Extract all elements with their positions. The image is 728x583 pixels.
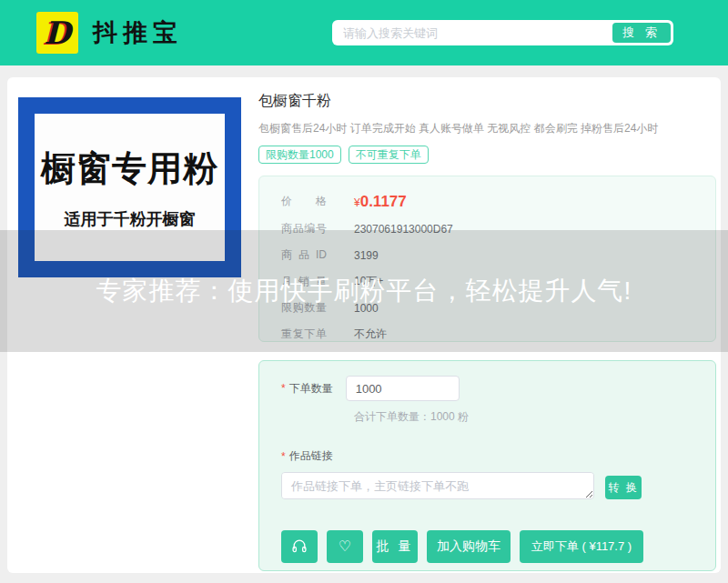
product-tags: 限购数量1000 不可重复下单 [258,146,716,164]
buy-now-button[interactable]: 立即下单 ( ¥117.7 ) [520,530,643,563]
action-buttons-row: ♡ 批 量 加入购物车 立即下单 ( ¥117.7 ) [281,530,715,563]
link-label-row: * 作品链接 [281,448,715,464]
price-label: 价格 [281,194,327,209]
add-to-cart-button[interactable]: 加入购物车 [427,530,511,563]
product-title: 包橱窗千粉 [258,92,716,111]
batch-button[interactable]: 批 量 [372,530,418,563]
product-image-title: 橱窗专用粉 [41,146,218,192]
search-input[interactable] [343,26,612,40]
price-currency-symbol: ¥ [354,196,360,209]
price-value: ¥0.1177 [354,193,407,211]
brand-name: 抖推宝 [93,16,183,49]
quantity-summary: 合计下单数量：1000 粉 [354,409,715,425]
info-row-price: 价格 ¥0.1177 [281,187,715,216]
quantity-input[interactable] [346,376,460,401]
brand-logo: D [36,12,78,54]
required-mark: * [281,382,286,395]
customer-service-button[interactable] [281,530,318,563]
headset-icon [291,538,308,556]
product-description: 包橱窗售后24小时 订单完成开始 真人账号做单 无视风控 都会刷完 掉粉售后24… [258,121,716,136]
product-image-subtitle: 适用于千粉开橱窗 [65,208,196,230]
link-textarea[interactable] [281,472,594,499]
logo-d-icon: D [44,15,70,51]
order-form-panel: * 下单数量 合计下单数量：1000 粉 * 作品链接 转 换 [258,360,716,571]
promo-overlay-band: 专家推荐：使用快手刷粉平台，轻松提升人气! [0,230,728,352]
promo-banner-text: 专家推荐：使用快手刷粉平台，轻松提升人气! [96,274,632,308]
tag-no-repeat: 不可重复下单 [349,146,429,164]
search-bar: 搜 索 [332,20,673,45]
heart-icon: ♡ [339,539,351,554]
required-mark: * [281,450,286,463]
search-button[interactable]: 搜 索 [612,23,671,43]
app-header: D 抖推宝 搜 索 [0,0,728,65]
convert-button[interactable]: 转 换 [605,476,642,499]
quantity-label: 下单数量 [289,381,333,397]
link-input-row: 转 换 [281,472,715,499]
tag-purchase-limit: 限购数量1000 [258,146,341,164]
quantity-row: * 下单数量 [281,376,715,401]
price-amount: 0.1177 [360,193,407,210]
favorite-button[interactable]: ♡ [327,530,363,563]
link-label: 作品链接 [289,448,333,464]
